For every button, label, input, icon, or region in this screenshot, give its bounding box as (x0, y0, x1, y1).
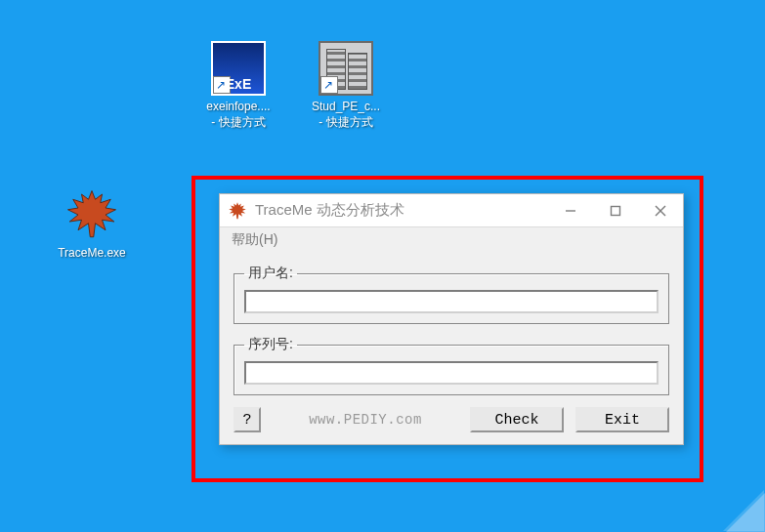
window-title: TraceMe 动态分析技术 (255, 201, 548, 220)
page-peel-icon (725, 492, 765, 532)
desktop-icon-label: exeinfope.... - 快捷方式 (190, 100, 287, 130)
button-row: ? www.PEDIY.com Check Exit (234, 407, 669, 432)
titlebar[interactable]: TraceMe 动态分析技术 (220, 194, 683, 227)
maple-leaf-icon (64, 187, 119, 242)
shortcut-arrow-icon: ↗ (320, 76, 338, 94)
help-button[interactable]: ? (234, 407, 261, 432)
desktop-icon-studpe[interactable]: ↗ Stud_PE_c... - 快捷方式 (297, 41, 395, 130)
serial-input[interactable] (244, 361, 659, 385)
svg-rect-1 (612, 206, 620, 215)
minimize-button[interactable] (548, 194, 593, 227)
desktop-icon-label: TraceMe.exe (43, 246, 141, 262)
serial-group: 序列号: (234, 336, 669, 395)
username-group: 用户名: (234, 265, 669, 324)
window-icon (228, 201, 247, 221)
website-link[interactable]: www.PEDIY.com (273, 412, 458, 428)
client-area: 用户名: 序列号: ? www.PEDIY.com Check Exit (220, 253, 683, 444)
username-label: 用户名: (244, 265, 297, 282)
menu-help[interactable]: 帮助(H) (220, 227, 683, 253)
desktop-icon-traceme[interactable]: TraceMe.exe (43, 187, 141, 262)
desktop-icon-label: Stud_PE_c... - 快捷方式 (297, 100, 395, 130)
maximize-button[interactable] (593, 194, 638, 227)
check-button[interactable]: Check (470, 407, 564, 432)
cabinet-icon: ↗ (319, 41, 373, 96)
exit-button[interactable]: Exit (575, 407, 669, 432)
desktop-icon-exeinfope[interactable]: ↗ exeinfope.... - 快捷方式 (190, 41, 287, 130)
serial-label: 序列号: (244, 336, 297, 353)
close-button[interactable] (638, 194, 683, 227)
traceme-window: TraceMe 动态分析技术 帮助(H) 用户名: 序列号: ? www.PED… (219, 193, 684, 445)
username-input[interactable] (244, 290, 659, 313)
exe-icon: ↗ (211, 41, 266, 96)
shortcut-arrow-icon: ↗ (213, 76, 231, 94)
